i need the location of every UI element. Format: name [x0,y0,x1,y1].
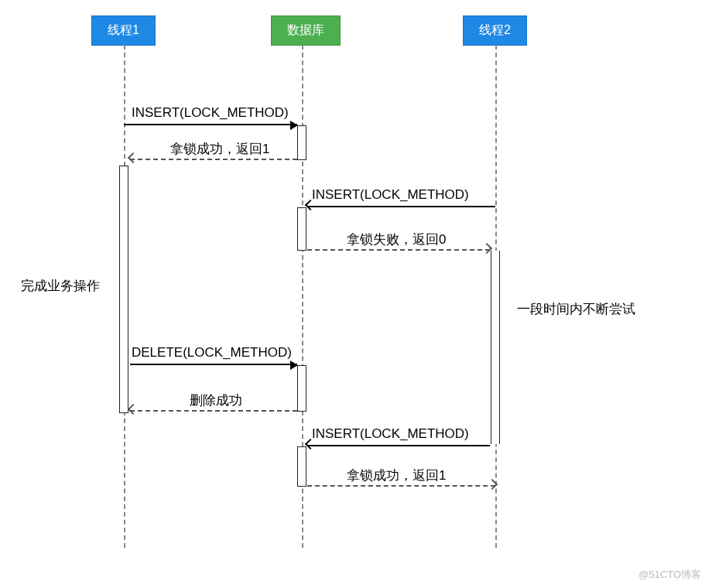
msg-insert-t2-retry-label: INSERT(LOCK_METHOD) [312,426,469,442]
msg-delete-t1 [130,364,297,365]
participant-thread2: 线程2 [463,15,527,46]
watermark: @51CTO博客 [638,568,701,582]
msg-return-lock-fail-t2-label: 拿锁失败，返回0 [347,231,446,248]
arrow-icon [290,121,298,130]
activation-db-2 [297,207,306,251]
activation-thread2-retry [491,251,500,444]
msg-return-delete-ok-label: 删除成功 [190,391,242,409]
arrow-icon [128,404,139,415]
msg-return-delete-ok [130,410,297,412]
msg-return-lock-ok-t2-label: 拿锁成功，返回1 [347,467,446,484]
msg-insert-t2 [307,206,495,207]
activation-db-4 [297,446,306,487]
note-business: 完成业务操作 [21,277,100,295]
msg-delete-t1-label: DELETE(LOCK_METHOD) [132,345,292,361]
msg-insert-t2-retry [307,445,490,446]
note-retry: 一段时间内不断尝试 [517,300,635,318]
participant-thread1: 线程1 [91,15,156,46]
arrow-icon [290,361,298,370]
activation-db-3 [297,365,306,412]
activation-thread1-main [119,166,128,413]
activation-db-1 [297,125,306,160]
arrow-icon [128,152,139,163]
msg-insert-t1 [124,124,297,125]
msg-return-lock-ok-t1 [130,159,297,160]
msg-return-lock-ok-t1-label: 拿锁成功，返回1 [170,140,269,158]
msg-return-lock-ok-t2 [307,485,495,487]
msg-insert-t1-label: INSERT(LOCK_METHOD) [132,105,289,121]
msg-insert-t2-label: INSERT(LOCK_METHOD) [312,187,469,203]
msg-return-lock-fail-t2 [307,249,490,251]
participant-database: 数据库 [271,15,341,46]
